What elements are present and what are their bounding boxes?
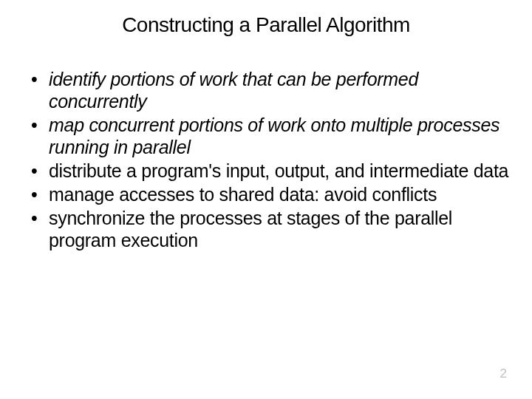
list-item: identify portions of work that can be pe… (30, 68, 510, 112)
bullet-text: synchronize the processes at stages of t… (49, 208, 452, 250)
bullet-text: manage accesses to shared data: avoid co… (49, 184, 437, 205)
list-item: synchronize the processes at stages of t… (30, 207, 510, 251)
list-item: manage accesses to shared data: avoid co… (30, 183, 510, 205)
bullet-text: identify portions of work that can be pe… (49, 69, 418, 112)
list-item: map concurrent portions of work onto mul… (30, 114, 510, 158)
bullet-text: distribute a program's input, output, an… (49, 160, 508, 181)
bullet-list: identify portions of work that can be pe… (22, 68, 510, 251)
bullet-text: map concurrent portions of work onto mul… (49, 115, 499, 157)
page-number: 2 (500, 366, 507, 381)
list-item: distribute a program's input, output, an… (30, 160, 510, 182)
slide-container: Constructing a Parallel Algorithm identi… (0, 0, 532, 399)
slide-title: Constructing a Parallel Algorithm (22, 13, 510, 37)
